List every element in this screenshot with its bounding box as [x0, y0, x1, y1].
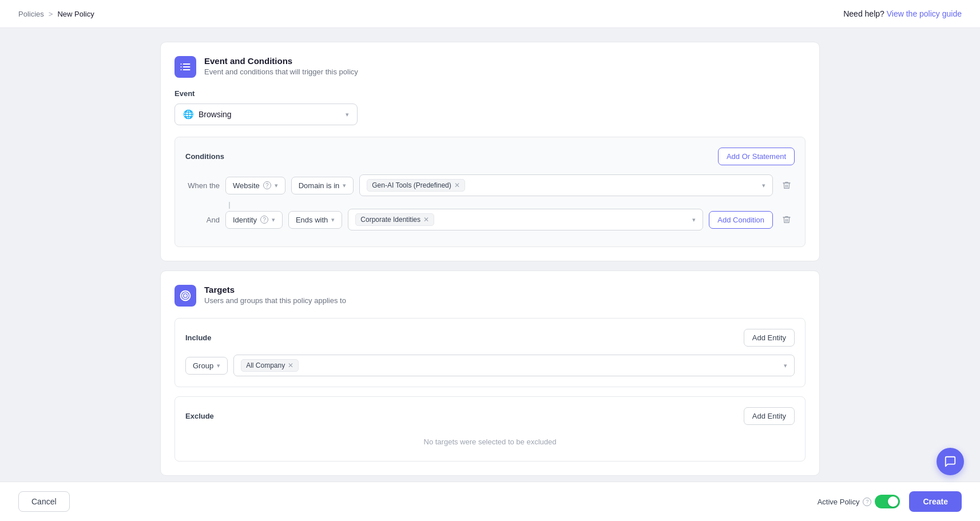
- help-text: Need help?: [843, 9, 884, 18]
- when-the-label: When the: [185, 181, 220, 190]
- all-company-chevron-icon: ▾: [784, 362, 787, 369]
- website-info-icon[interactable]: ?: [263, 181, 271, 189]
- include-add-entity-button[interactable]: Add Entity: [744, 329, 795, 347]
- identity-field-dropdown[interactable]: Identity ? ▾: [225, 211, 283, 229]
- identity-info-icon[interactable]: ?: [260, 216, 268, 224]
- identity-chevron-icon: ▾: [272, 216, 275, 224]
- targets-header: Targets Users and groups that this polic…: [174, 285, 806, 307]
- conditions-title: Conditions: [185, 152, 224, 161]
- globe-icon: 🌐: [183, 109, 194, 120]
- top-bar: Policies > New Policy Need help? View th…: [0, 0, 980, 28]
- breadcrumb: Policies > New Policy: [18, 10, 94, 18]
- event-section-label: Event: [174, 89, 806, 98]
- event-conditions-icon: [174, 56, 196, 78]
- all-company-tag-close[interactable]: ✕: [288, 362, 293, 369]
- group-type-dropdown[interactable]: Group ▾: [185, 357, 228, 375]
- help-section: Need help? View the policy guide: [843, 9, 962, 18]
- event-conditions-subtitle: Event and conditions that will trigger t…: [204, 67, 358, 76]
- policy-guide-link[interactable]: View the policy guide: [887, 9, 962, 18]
- domain-is-in-dropdown[interactable]: Domain is in ▾: [291, 177, 354, 194]
- condition-row-1: When the Website ? ▾ Domain is in ▾ Gen-…: [185, 174, 795, 196]
- svg-point-8: [184, 295, 186, 296]
- event-conditions-text: Event and Conditions Event and condition…: [204, 56, 358, 76]
- gen-ai-tools-tag-close[interactable]: ✕: [454, 182, 460, 189]
- all-company-tag-dropdown[interactable]: All Company ✕ ▾: [233, 355, 795, 376]
- create-button[interactable]: Create: [909, 491, 962, 512]
- exclude-title: Exclude: [185, 412, 214, 420]
- breadcrumb-parent[interactable]: Policies: [18, 10, 44, 18]
- breadcrumb-separator: >: [49, 10, 53, 18]
- active-policy-info-icon[interactable]: ?: [863, 498, 871, 506]
- svg-point-7: [182, 293, 188, 299]
- corporate-identities-chevron-icon: ▾: [692, 216, 696, 224]
- active-policy-label: Active Policy: [818, 498, 860, 506]
- include-header: Include Add Entity: [185, 329, 795, 347]
- targets-title: Targets: [204, 285, 346, 295]
- gen-ai-tools-chevron-icon: ▾: [762, 182, 765, 189]
- and-label: And: [185, 216, 220, 224]
- condition-2-delete-button[interactable]: [779, 212, 795, 228]
- condition-row-2: And Identity ? ▾ Ends with ▾ Corporate I…: [185, 209, 795, 230]
- delete-icon-2: [782, 215, 791, 224]
- toggle-thumb: [888, 496, 898, 507]
- exclude-header: Exclude Add Entity: [185, 407, 795, 425]
- corporate-identities-tag: Corporate Identities ✕: [355, 213, 434, 226]
- group-type-value: Group: [193, 361, 213, 370]
- targets-card: Targets Users and groups that this polic…: [160, 271, 820, 476]
- targets-sections: Include Add Entity Group ▾ All Company ✕: [174, 318, 806, 462]
- active-policy-container: Active Policy ?: [818, 495, 900, 508]
- condition-1-delete-button[interactable]: [779, 177, 795, 193]
- include-title: Include: [185, 333, 212, 342]
- exclude-add-entity-button[interactable]: Add Entity: [744, 407, 795, 425]
- add-or-statement-button[interactable]: Add Or Statement: [718, 148, 795, 165]
- gen-ai-tools-tag-dropdown[interactable]: Gen-AI Tools (Predefined) ✕ ▾: [359, 174, 773, 196]
- targets-subtitle: Users and groups that this policy applie…: [204, 296, 346, 305]
- chat-icon: [944, 455, 957, 468]
- event-dropdown[interactable]: 🌐 Browsing ▾: [174, 104, 358, 125]
- main-content: Event and Conditions Event and condition…: [0, 28, 980, 521]
- event-conditions-header: Event and Conditions Event and condition…: [174, 56, 806, 78]
- footer: Cancel Active Policy ? Create: [0, 482, 980, 521]
- event-chevron-icon: ▾: [346, 111, 349, 118]
- domain-operator-value: Domain is in: [299, 181, 340, 190]
- breadcrumb-current: New Policy: [57, 10, 94, 18]
- cancel-button[interactable]: Cancel: [18, 491, 70, 512]
- website-field-dropdown[interactable]: Website ? ▾: [225, 177, 285, 194]
- corporate-identities-tag-dropdown[interactable]: Corporate Identities ✕ ▾: [348, 209, 703, 230]
- include-entity-row: Group ▾ All Company ✕ ▾: [185, 355, 795, 376]
- active-policy-toggle[interactable]: [875, 495, 900, 508]
- delete-icon: [782, 181, 791, 190]
- targets-text: Targets Users and groups that this polic…: [204, 285, 346, 305]
- event-conditions-title: Event and Conditions: [204, 56, 358, 66]
- targets-icon: [174, 285, 196, 307]
- gen-ai-tools-tag: Gen-AI Tools (Predefined) ✕: [367, 179, 465, 192]
- ends-with-chevron-icon: ▾: [331, 216, 335, 224]
- corporate-identities-tag-close[interactable]: ✕: [423, 216, 429, 223]
- event-value: Browsing: [199, 110, 232, 119]
- no-targets-text: No targets were selected to be excluded: [185, 433, 795, 451]
- all-company-tag: All Company ✕: [241, 359, 299, 372]
- conditions-header: Conditions Add Or Statement: [185, 148, 795, 165]
- identity-field-value: Identity: [233, 216, 257, 224]
- ends-with-value: Ends with: [296, 216, 328, 224]
- footer-right: Active Policy ? Create: [818, 491, 962, 512]
- website-field-value: Website: [233, 181, 260, 190]
- event-conditions-card: Event and Conditions Event and condition…: [160, 42, 820, 261]
- add-condition-button[interactable]: Add Condition: [709, 211, 773, 229]
- exclude-subsection: Exclude Add Entity No targets were selec…: [174, 396, 806, 462]
- domain-chevron-icon: ▾: [343, 182, 346, 189]
- include-subsection: Include Add Entity Group ▾ All Company ✕: [174, 318, 806, 387]
- group-type-chevron-icon: ▾: [217, 362, 220, 369]
- chat-fab-button[interactable]: [937, 448, 964, 475]
- ends-with-dropdown[interactable]: Ends with ▾: [288, 211, 342, 229]
- website-chevron-icon: ▾: [275, 182, 278, 189]
